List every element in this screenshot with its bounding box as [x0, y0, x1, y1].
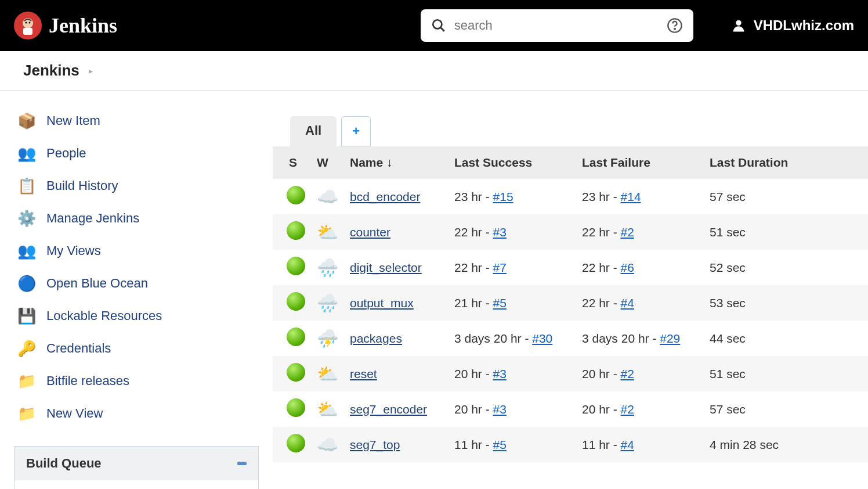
status-ball-icon [287, 434, 305, 452]
nav-icon: 📁 [16, 403, 37, 424]
build-queue-header[interactable]: Build Queue [15, 447, 258, 480]
duration-cell: 4 min 28 sec [704, 427, 868, 462]
username: VHDLwhiz.com [754, 17, 854, 34]
search-box[interactable] [421, 9, 693, 42]
table-row: ⛅counter22 hr - #322 hr - #251 sec [273, 214, 868, 250]
logo[interactable]: Jenkins [14, 12, 117, 39]
last-success-cell: 22 hr - #3 [449, 214, 576, 250]
col-header-weather[interactable]: W [311, 146, 344, 179]
tab-add-view[interactable]: + [341, 116, 371, 146]
svg-point-3 [26, 22, 27, 24]
status-cell [273, 285, 311, 321]
build-link[interactable]: #7 [493, 261, 507, 274]
sidebar-item-lockable-resources[interactable]: 💾Lockable Resources [14, 300, 259, 332]
build-link[interactable]: #30 [532, 332, 552, 345]
collapse-icon[interactable] [237, 462, 247, 465]
nav-icon: 🔵 [16, 273, 37, 294]
status-ball-icon [287, 186, 305, 204]
sidebar-item-my-views[interactable]: 👥My Views [14, 235, 259, 267]
build-link[interactable]: #15 [493, 190, 513, 203]
build-link[interactable]: #3 [493, 402, 507, 416]
build-link[interactable]: #2 [621, 367, 634, 380]
name-cell: bcd_encoder [344, 179, 449, 214]
nav-icon: 📋 [16, 175, 37, 196]
build-link[interactable]: #5 [493, 296, 507, 310]
user-menu[interactable]: VHDLwhiz.com [730, 17, 854, 34]
col-header-status[interactable]: S [273, 146, 311, 179]
nav-label: Build History [46, 178, 118, 193]
sidebar-item-people[interactable]: 👥People [14, 137, 259, 170]
weather-cell: ⛈️ [311, 321, 344, 356]
build-link[interactable]: #5 [493, 438, 507, 451]
build-link[interactable]: #3 [493, 367, 507, 380]
search-icon [431, 18, 446, 33]
weather-cell: ⛅ [311, 391, 344, 427]
last-success-cell: 20 hr - #3 [449, 356, 576, 391]
col-header-last-success[interactable]: Last Success [449, 146, 576, 179]
job-link[interactable]: reset [350, 367, 377, 380]
svg-point-5 [433, 20, 442, 28]
nav-label: Manage Jenkins [46, 211, 139, 226]
weather-icon: ⛅ [317, 400, 338, 419]
build-link[interactable]: #2 [621, 225, 634, 239]
table-row: ⛅reset20 hr - #320 hr - #251 sec [273, 356, 868, 391]
job-link[interactable]: seg7_encoder [350, 402, 427, 416]
status-cell [273, 427, 311, 462]
job-table: S W Name ↓ Last Success Last Failure Las… [273, 146, 868, 462]
duration-cell: 51 sec [704, 356, 868, 391]
sidebar-item-build-history[interactable]: 📋Build History [14, 170, 259, 202]
weather-icon: ⛈️ [317, 329, 338, 348]
last-success-cell: 23 hr - #15 [449, 179, 576, 214]
search-input[interactable] [454, 18, 659, 33]
col-header-last-failure[interactable]: Last Failure [576, 146, 704, 179]
col-header-last-duration[interactable]: Last Duration [704, 146, 868, 179]
nav-icon: 📦 [16, 110, 37, 131]
job-link[interactable]: counter [350, 225, 390, 239]
job-link[interactable]: seg7_top [350, 438, 400, 451]
job-link[interactable]: digit_selector [350, 261, 422, 274]
name-cell: seg7_top [344, 427, 449, 462]
col-header-name[interactable]: Name ↓ [344, 146, 449, 179]
sidebar-item-new-item[interactable]: 📦New Item [14, 105, 259, 137]
jenkins-logo-icon [14, 12, 42, 39]
build-link[interactable]: #4 [621, 438, 634, 451]
build-link[interactable]: #6 [621, 261, 634, 274]
name-cell: counter [344, 214, 449, 250]
user-icon [730, 17, 747, 34]
weather-icon: ⛅ [317, 364, 338, 383]
nav-label: People [46, 146, 86, 161]
breadcrumb-root[interactable]: Jenkins [23, 62, 79, 80]
last-failure-cell: 22 hr - #6 [576, 250, 704, 285]
status-cell [273, 179, 311, 214]
last-success-cell: 20 hr - #3 [449, 391, 576, 427]
build-link[interactable]: #4 [621, 296, 634, 310]
status-ball-icon [287, 221, 305, 240]
table-row: ☁️bcd_encoder23 hr - #1523 hr - #1457 se… [273, 179, 868, 214]
sidebar-item-bitfile-releases[interactable]: 📁Bitfile releases [14, 365, 259, 397]
build-link[interactable]: #14 [621, 190, 641, 203]
weather-icon: ☁️ [317, 187, 338, 206]
nav-label: Bitfile releases [46, 373, 129, 389]
weather-cell: ⛅ [311, 356, 344, 391]
build-queue-panel: Build Queue No builds in the queue. [14, 446, 259, 489]
last-failure-cell: 3 days 20 hr - #29 [576, 321, 704, 356]
build-link[interactable]: #29 [660, 332, 680, 345]
status-cell [273, 321, 311, 356]
view-tabs: All + [273, 116, 868, 146]
svg-rect-2 [23, 28, 32, 35]
job-link[interactable]: packages [350, 332, 402, 345]
build-link[interactable]: #2 [621, 402, 634, 416]
help-icon[interactable] [667, 17, 683, 34]
job-link[interactable]: output_mux [350, 296, 414, 310]
duration-cell: 52 sec [704, 250, 868, 285]
nav-icon: 👥 [16, 240, 37, 261]
job-link[interactable]: bcd_encoder [350, 190, 420, 203]
build-link[interactable]: #3 [493, 225, 507, 239]
tab-all[interactable]: All [290, 116, 337, 146]
sidebar-item-credentials[interactable]: 🔑Credentials [14, 332, 259, 365]
nav-icon: ⚙️ [16, 208, 37, 229]
sidebar-item-manage-jenkins[interactable]: ⚙️Manage Jenkins [14, 202, 259, 235]
sidebar-item-open-blue-ocean[interactable]: 🔵Open Blue Ocean [14, 267, 259, 300]
last-failure-cell: 20 hr - #2 [576, 391, 704, 427]
sidebar-item-new-view[interactable]: 📁New View [14, 397, 259, 430]
